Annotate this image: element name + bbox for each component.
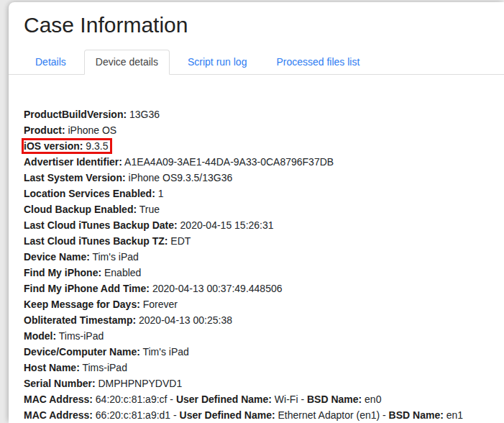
field-value: iPhone OS9.3.5/13G36 <box>126 172 233 183</box>
field-label: Product: <box>24 124 65 136</box>
device-field-row: MAC Address: 64:20:c:81:a9:cf - User Def… <box>24 391 504 407</box>
field-value: Tim's iPad <box>90 251 139 263</box>
device-field-row: Find My iPhone Add Time: 2020-04-13 00:3… <box>24 281 504 296</box>
field-value: en1 <box>444 409 463 421</box>
device-field-row: Advertiser Identifier: A1EA4A09-3AE1-44D… <box>24 154 504 170</box>
field-label: BSD Name: <box>389 409 444 421</box>
field-label: Last System Version: <box>24 172 126 183</box>
field-label: User Defined Name: <box>180 409 275 421</box>
field-label: iOS version: <box>24 140 83 152</box>
field-label: Last Cloud iTunes Backup Date: <box>24 219 178 231</box>
device-field-row: Location Services Enabled: 1 <box>24 186 504 201</box>
field-label: BSD Name: <box>307 394 362 405</box>
device-field-row: Device/Computer Name: Tim's iPad <box>24 344 504 360</box>
field-label: Cloud Backup Enabled: <box>24 204 137 215</box>
field-label: Host Name: <box>24 362 80 373</box>
field-value: Tims-iPad <box>80 362 127 373</box>
field-label: Keep Message for Days: <box>24 299 140 310</box>
field-value: en0 <box>362 394 381 405</box>
device-field-row: Find My iPhone: Enabled <box>24 265 504 281</box>
device-field-row: iOS version: 9.3.5 <box>24 138 504 154</box>
field-label: MAC Address: <box>24 394 93 405</box>
field-value: 2020-04-15 15:26:31 <box>178 219 274 231</box>
field-value: 2020-04-13 00:25:38 <box>136 314 232 326</box>
device-field-row: Last Cloud iTunes Backup Date: 2020-04-1… <box>24 217 504 233</box>
field-value: 2020-04-13 00:37:49.448506 <box>150 283 283 294</box>
page-title: Case Information <box>24 12 504 38</box>
tab-processed-files-list[interactable]: Processed files list <box>265 50 371 74</box>
device-field-row: Obliterated Timestamp: 2020-04-13 00:25:… <box>24 312 504 328</box>
device-fields-list: ProductBuildVersion: 13G36Product: iPhon… <box>24 106 504 423</box>
field-value: Ethernet Adaptor (en1) - <box>275 409 389 421</box>
device-field-row: Device Name: Tim's iPad <box>24 249 504 265</box>
device-field-row: MAC Address: 66:20:c:81:a9:d1 - User Def… <box>24 407 504 423</box>
field-label: User Defined Name: <box>176 394 272 405</box>
field-value: Wi-Fi - <box>272 394 307 405</box>
device-field-row: Last System Version: iPhone OS9.3.5/13G3… <box>24 170 504 186</box>
tab-script-run-log[interactable]: Script run log <box>176 50 258 74</box>
device-field-row: ProductBuildVersion: 13G36 <box>24 106 504 122</box>
device-field-row: Serial Number: DMPHPNPYDVD1 <box>24 376 504 391</box>
field-value: Forever <box>140 299 178 310</box>
field-value: Tim's iPad <box>140 346 189 358</box>
field-value: 66:20:c:81:a9:d1 - <box>93 409 180 421</box>
field-value: A1EA4A09-3AE1-44DA-9A33-0CA8796F37DB <box>122 156 334 168</box>
field-value: 1 <box>155 188 164 199</box>
field-label: Obliterated Timestamp: <box>24 314 136 326</box>
field-label: ProductBuildVersion: <box>24 109 127 120</box>
field-label: Device/Computer Name: <box>24 346 140 358</box>
device-field-row: Model: Tims-iPad <box>24 328 504 344</box>
field-label: Device Name: <box>24 251 90 263</box>
field-label: Last Cloud iTunes Backup TZ: <box>24 235 168 247</box>
device-field-row: Keep Message for Days: Forever <box>24 296 504 312</box>
field-value: EDT <box>168 235 191 247</box>
field-label: Serial Number: <box>24 378 96 389</box>
tab-device-details[interactable]: Device details <box>84 50 170 75</box>
field-label: Model: <box>24 330 56 342</box>
field-label: Find My iPhone: <box>24 267 101 278</box>
device-field-row: Last Cloud iTunes Backup TZ: EDT <box>24 233 504 249</box>
device-field-row: Product: iPhone OS <box>24 122 504 138</box>
tab-bar: DetailsDevice detailsScript run logProce… <box>9 50 504 75</box>
device-field-row: Host Name: Tims-iPad <box>24 360 504 376</box>
field-value: Enabled <box>101 267 141 278</box>
ios-version-highlight-box: iOS version: 9.3.5 <box>22 138 112 154</box>
field-value: 64:20:c:81:a9:cf - <box>93 394 176 405</box>
field-value: DMPHPNPYDVD1 <box>96 378 183 389</box>
field-value: True <box>137 204 160 215</box>
field-label: MAC Address: <box>24 409 93 421</box>
tab-details[interactable]: Details <box>24 50 78 74</box>
field-label: Advertiser Identifier: <box>24 156 122 168</box>
field-value: iPhone OS <box>65 124 117 136</box>
field-value: 13G36 <box>127 109 160 120</box>
device-field-row: Cloud Backup Enabled: True <box>24 201 504 217</box>
field-label: Find My iPhone Add Time: <box>24 283 150 294</box>
content-panel: Case Information DetailsDevice detailsSc… <box>9 2 504 423</box>
field-label: Location Services Enabled: <box>24 188 155 199</box>
field-value: 9.3.5 <box>83 140 108 152</box>
field-value: Tims-iPad <box>56 330 104 342</box>
